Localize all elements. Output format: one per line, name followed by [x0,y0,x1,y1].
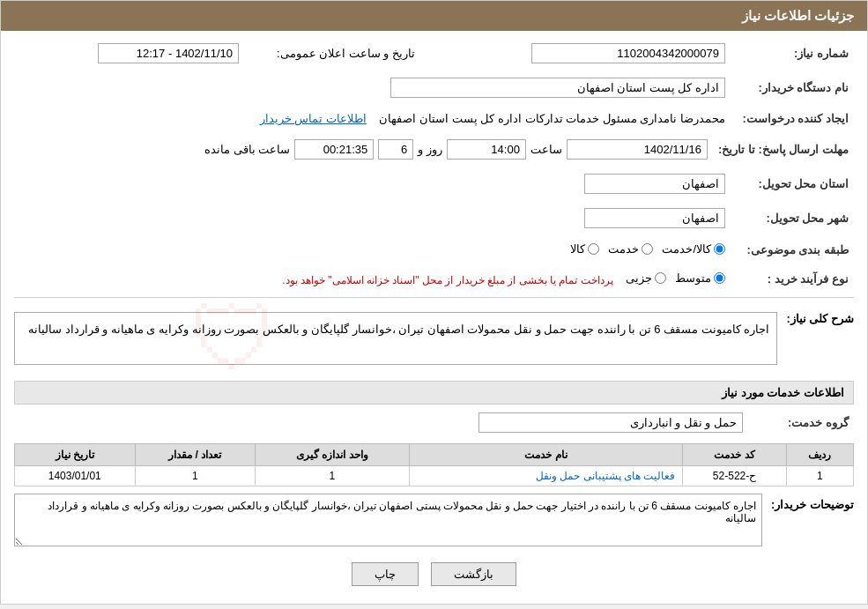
purchase-type-label-small: جزیی [626,271,652,285]
deadline-label: مهلت ارسال پاسخ: تا تاریخ: [713,136,854,163]
purchase-type-radio-medium[interactable] [714,272,725,284]
buyer-org-value-cell: اداره کل پست استان اصفهان [14,74,731,101]
city-row: شهر محل تحویل: اصفهان [14,204,854,232]
buyer-comments-label: توضیحات خریدار: [771,494,854,511]
need-description-label: شرح کلی نیاز: [786,308,854,325]
category-radio-service[interactable] [642,243,653,255]
deadline-row: مهلت ارسال پاسخ: تا تاریخ: 1402/11/16 سا… [14,136,854,163]
need-number-field: 1102004342000079 [531,43,725,63]
col-header-unit: واحد اندازه گیری [255,444,409,466]
need-number-row: شماره نیاز: 1102004342000079 تاریخ و ساع… [14,40,854,67]
bottom-buttons: بازگشت چاپ [14,553,854,595]
services-section-title: اطلاعات خدمات مورد نیاز [14,381,854,405]
category-label-goods: کالا [570,242,585,256]
service-group-row: گروه خدمت: حمل و نقل و انبارداری [14,409,854,436]
creator-value: محمدرضا نامداری مسئول خدمات تدارکات ادار… [379,112,725,125]
deadline-values: 1402/11/16 ساعت 14:00 روز و 6 00:21:35 س… [14,136,713,163]
cell-date: 1403/01/01 [15,466,136,486]
purchase-type-label: نوع فرآیند خرید : [731,268,854,290]
page-title: جزئیات اطلاعات نیاز [742,8,854,23]
col-header-quantity: تعداد / مقدار [135,444,255,466]
category-option-goods[interactable]: کالا [570,242,599,256]
services-table: ردیف کد خدمت نام خدمت واحد اندازه گیری ت… [14,443,854,486]
service-group-value-cell: حمل و نقل و انبارداری [14,409,748,436]
col-header-date: تاریخ نیاز [15,444,136,466]
deadline-time-label: ساعت [530,143,562,156]
purchase-type-notice: پرداخت تمام یا بخشی از مبلغ خریدار از مح… [282,274,612,286]
cell-quantity: 1 [135,466,255,486]
need-description-value: اجاره کامیونت مسقف 6 تن با راننده جهت حم… [28,323,770,336]
delivery-city-value: اصفهان [584,208,725,228]
purchase-type-small[interactable]: جزیی [626,271,666,285]
need-number-value: 1102004342000079 [420,40,731,67]
cell-name: فعالیت های پشتیبانی حمل ونقل [409,466,683,486]
service-group-label: گروه خدمت: [748,409,854,436]
main-content: شماره نیاز: 1102004342000079 تاریخ و ساع… [1,31,867,604]
category-row: طبقه بندی موضوعی: کالا/خدمت خدمت [14,239,854,261]
category-label: طبقه بندی موضوعی: [731,239,854,261]
delivery-province-cell: اصفهان [14,170,731,197]
col-header-name: نام خدمت [409,444,683,466]
buyer-org-value: اداره کل پست استان اصفهان [390,78,725,98]
buyer-comments-section: توضیحات خریدار: [14,494,854,549]
announcement-label: تاریخ و ساعت اعلان عمومی: [277,47,415,60]
category-cell: کالا/خدمت خدمت کالا [14,239,731,261]
creator-label: ایجاد کننده درخواست: [731,108,854,129]
deadline-days-label: روز و [418,143,442,156]
delivery-province-value: اصفهان [584,174,725,194]
purchase-type-label-medium: متوسط [675,271,711,285]
deadline-time: 14:00 [447,139,526,160]
cell-code: ح-522-52 [683,466,787,486]
announcement-label-cell: تاریخ و ساعت اعلان عمومی: [244,40,420,67]
creator-row: ایجاد کننده درخواست: محمدرضا نامداری مسئ… [14,108,854,129]
category-radio-goods[interactable] [588,243,599,255]
buyer-org-label: نام دستگاه خریدار: [731,74,854,101]
category-label-service: خدمت [608,242,639,256]
need-description-box: اجاره کامیونت مسقف 6 تن با راننده جهت حم… [14,312,777,365]
buyer-comments-box [14,494,762,549]
deadline-date: 1402/11/16 [567,139,708,160]
category-label-goods-service: کالا/خدمت [662,242,711,256]
purchase-type-cell: متوسط جزیی پرداخت تمام یا بخشی از مبلغ خ… [14,268,731,290]
need-description-section: شرح کلی نیاز: اجاره کامیونت مسقف 6 تن با… [14,303,854,374]
col-header-code: کد خدمت [683,444,787,466]
province-row: استان محل تحویل: اصفهان [14,170,854,197]
category-radio-goods-service[interactable] [714,243,725,255]
category-option-service[interactable]: خدمت [608,242,653,256]
buyer-comments-textarea[interactable] [14,494,762,546]
delivery-city-label: شهر محل تحویل: [731,204,854,232]
service-group-value: حمل و نقل و انبارداری [479,412,743,433]
purchase-type-radio-small[interactable] [655,272,666,284]
purchase-type-medium[interactable]: متوسط [675,271,725,285]
print-button[interactable]: چاپ [352,562,419,586]
back-button[interactable]: بازگشت [431,562,516,586]
delivery-city-cell: اصفهان [14,204,731,232]
cell-unit: 1 [255,466,409,486]
contact-info-link[interactable]: اطلاعات تماس خریدار [260,112,367,125]
creator-value-cell: محمدرضا نامداری مسئول خدمات تدارکات ادار… [14,108,731,129]
category-option-goods-service[interactable]: کالا/خدمت [662,242,725,256]
table-row: 1 ح-522-52 فعالیت های پشتیبانی حمل ونقل … [15,466,854,486]
announcement-value: 1402/11/10 - 12:17 [98,43,239,63]
need-number-label: شماره نیاز: [731,40,854,67]
col-header-row: ردیف [786,444,853,466]
deadline-remaining-label: ساعت باقی مانده [204,143,290,156]
page-header: جزئیات اطلاعات نیاز [1,1,867,31]
announcement-value-cell: 1402/11/10 - 12:17 [14,40,244,67]
divider-1 [14,297,854,298]
cell-row: 1 [786,466,853,486]
page-container: جزئیات اطلاعات نیاز شماره نیاز: 11020043… [0,0,868,605]
buyer-org-row: نام دستگاه خریدار: اداره کل پست استان اص… [14,74,854,101]
purchase-type-row: نوع فرآیند خرید : متوسط جزیی پرداخت [14,268,854,290]
delivery-province-label: استان محل تحویل: [731,170,854,197]
deadline-remaining: 00:21:35 [294,139,374,160]
deadline-days: 6 [378,139,413,160]
